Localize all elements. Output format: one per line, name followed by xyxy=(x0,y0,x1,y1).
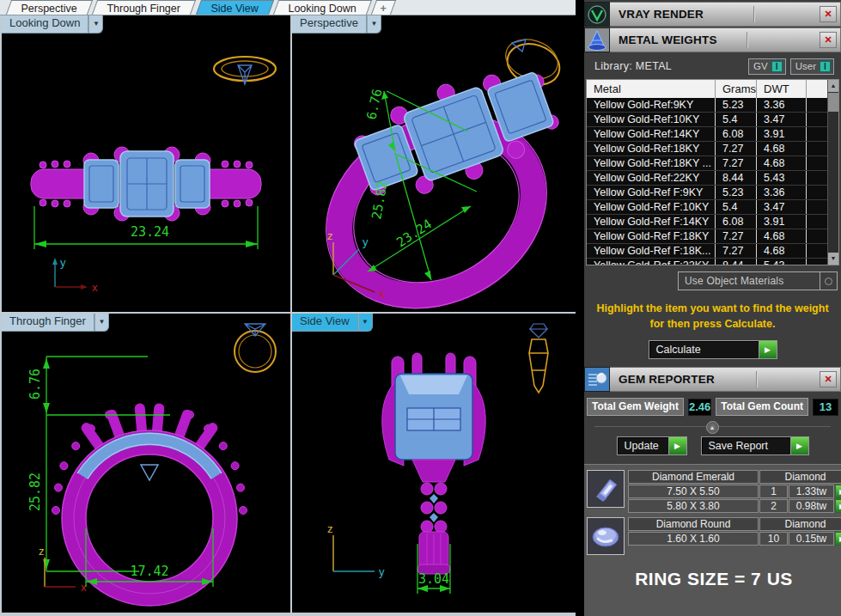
axis-gizmo: z y xyxy=(327,522,385,578)
table-row[interactable]: Yellow Gold-Ref:14KY6.083.91 xyxy=(587,127,838,142)
instruction-text: Highlight the item you want to find the … xyxy=(596,301,830,332)
header-groove xyxy=(747,32,748,48)
gem-weight: 0.98tw xyxy=(789,499,834,513)
panel-divider xyxy=(576,0,584,616)
table-row[interactable]: Yellow Gold-Ref F:10KY5.43.47 xyxy=(587,200,838,215)
viewport-through-finger[interactable]: Through Finger ▼ xyxy=(2,314,290,613)
total-gem-count-label: Total Gem Count xyxy=(716,398,808,416)
metal-weights-table: Metal Grams DWT Yellow Gold-Ref:9KY5.233… xyxy=(586,79,839,265)
dimension-6-76: 6.76 xyxy=(27,357,170,415)
select-gems-button[interactable]: ▶ xyxy=(835,499,841,513)
viewport-looking-down[interactable]: Looking Down ▼ xyxy=(2,15,290,312)
through-finger-drawing: 6.76 25.82 17.42 z x xyxy=(2,314,290,613)
axis-z-label: z xyxy=(39,545,45,558)
viewport-title-dropdown[interactable]: Looking Down ▼ xyxy=(2,15,103,34)
table-header: Metal Grams DWT xyxy=(587,80,838,98)
gem-table: Diamond Emerald Diamond 7.50 X 5.50 1 1.… xyxy=(628,470,841,513)
chevron-down-icon: ▼ xyxy=(358,314,373,332)
close-icon[interactable]: ✕ xyxy=(820,6,837,22)
update-label: Update xyxy=(618,437,668,454)
tab-label: Looking Down xyxy=(289,3,357,15)
header-groove xyxy=(753,6,755,22)
close-icon[interactable]: ✕ xyxy=(820,371,837,387)
axis-z-label: z xyxy=(327,522,333,535)
table-row[interactable]: Yellow Gold-Ref F:9KY5.233.36 xyxy=(587,186,838,200)
instruction-line-2: for then press Calculate. xyxy=(596,316,830,332)
round-cut-gem-icon xyxy=(587,517,625,555)
table-row[interactable]: Yellow Gold-Ref F:22KY8.445.43 xyxy=(587,259,838,265)
side-panel: VRAY RENDER ✕ METAL WEIGHTS ✕ Libr xyxy=(584,0,841,616)
dimension-label: 25.82 xyxy=(27,473,43,511)
panel-title: GEM REPORTER xyxy=(610,373,715,386)
viewport-title: Looking Down xyxy=(2,15,88,34)
table-row[interactable]: Yellow Gold-Ref:18KY7.274.68 xyxy=(587,142,838,156)
scrollbar-thumb[interactable] xyxy=(828,93,838,112)
vray-render-header[interactable]: VRAY RENDER ✕ xyxy=(584,2,841,27)
gem-totals-row: Total Gem Weight 2.46 Total Gem Count 13 xyxy=(587,398,838,416)
calculate-button[interactable]: Calculate ▶ xyxy=(649,340,777,359)
gem-reporter-header[interactable]: GEM REPORTER ✕ xyxy=(584,367,841,392)
scroll-down-icon[interactable]: ▼ xyxy=(828,253,838,265)
perspective-drawing: 6.76 25.82 23.24 z xyxy=(292,15,576,312)
use-object-materials-option[interactable]: Use Object Materials xyxy=(678,271,838,290)
table-row[interactable]: Yellow Gold-Ref:22KY8.445.43 xyxy=(587,171,838,186)
gem-type: Diamond xyxy=(759,517,841,531)
viewport-title-dropdown[interactable]: Perspective ▼ xyxy=(292,15,381,34)
user-label: User xyxy=(795,61,816,71)
update-button[interactable]: Update ▶ xyxy=(617,436,687,455)
gv-label: GV xyxy=(753,61,768,71)
viewport-side-view[interactable]: Side View ▼ xyxy=(292,314,576,613)
add-viewport-tab-button[interactable]: + xyxy=(371,0,397,15)
save-report-button[interactable]: Save Report ▶ xyxy=(701,436,809,455)
axis-x-label: x xyxy=(81,581,87,594)
looking-down-drawing: 23.24 y x xyxy=(2,15,290,312)
table-row[interactable]: Yellow Gold-Ref:9KY5.233.36 xyxy=(587,98,838,113)
header-groove xyxy=(756,371,758,387)
emerald-cut-gem-icon xyxy=(587,470,625,508)
table-row[interactable]: Yellow Gold-Ref F:18KY7.274.68 xyxy=(587,229,838,244)
viewport-title-dropdown[interactable]: Side View ▼ xyxy=(292,314,373,332)
ring-size-text: RING SIZE = 7 US xyxy=(587,569,841,589)
select-gems-button[interactable]: ▶ xyxy=(835,485,841,498)
viewport-title: Through Finger xyxy=(2,314,94,332)
viewport-title-dropdown[interactable]: Through Finger ▼ xyxy=(2,314,109,332)
gv-toggle-button[interactable]: GV I xyxy=(748,58,786,75)
table-scrollbar[interactable]: ▲ ▼ xyxy=(827,80,838,265)
tab-looking-down[interactable]: Looking Down xyxy=(273,0,372,15)
scroll-up-icon[interactable]: ▲ xyxy=(828,80,838,92)
tab-label: Perspective xyxy=(21,3,77,15)
viewport-perspective[interactable]: Perspective ▼ xyxy=(292,15,576,312)
table-row[interactable]: Yellow Gold-Ref F:14KY6.083.91 xyxy=(587,215,838,229)
close-icon[interactable]: ✕ xyxy=(820,32,837,48)
dimension-label: 6.76 xyxy=(27,369,43,399)
gem-type: Diamond xyxy=(759,470,841,484)
col-header-dwt: DWT xyxy=(757,80,807,98)
total-gem-count-value: 13 xyxy=(813,399,838,416)
play-icon: ▶ xyxy=(668,437,686,454)
metal-weights-header[interactable]: METAL WEIGHTS ✕ xyxy=(584,27,841,52)
radio-icon[interactable] xyxy=(820,272,837,290)
tab-through-finger[interactable]: Through Finger xyxy=(92,0,197,15)
gem-count: 1 xyxy=(759,485,788,498)
axis-y-label: y xyxy=(363,235,369,248)
gem-size: 5.80 X 3.80 xyxy=(628,499,759,513)
tab-side-view[interactable]: Side View xyxy=(196,0,275,15)
vray-icon xyxy=(584,2,610,27)
axis-x-label: x xyxy=(379,287,385,300)
select-gems-button[interactable]: ▶ xyxy=(835,532,841,546)
gem-reporter-icon xyxy=(584,367,610,392)
toggle-on-indicator: I xyxy=(820,61,831,72)
gem-row: 5.80 X 3.80 2 0.98tw ▶ xyxy=(628,499,841,513)
user-toggle-button[interactable]: User I xyxy=(790,58,834,75)
chevron-down-icon: ▼ xyxy=(88,15,103,34)
axis-y-label: y xyxy=(60,256,66,269)
viewport-title: Perspective xyxy=(292,15,367,34)
gem-row: 1.60 X 1.60 10 0.15tw ▶ xyxy=(628,532,841,546)
table-row[interactable]: Yellow Gold-Ref:10KY5.43.47 xyxy=(587,113,838,127)
play-icon: ▶ xyxy=(790,437,808,454)
table-row[interactable]: Yellow Gold-Ref:18KY ...7.274.68 xyxy=(587,156,838,171)
tab-perspective[interactable]: Perspective xyxy=(6,0,94,15)
table-row[interactable]: Yellow Gold-Ref F:18K...7.274.68 xyxy=(587,244,838,259)
collapse-expander-button[interactable]: ▲ xyxy=(706,421,719,434)
chevron-down-icon: ▼ xyxy=(367,15,381,34)
